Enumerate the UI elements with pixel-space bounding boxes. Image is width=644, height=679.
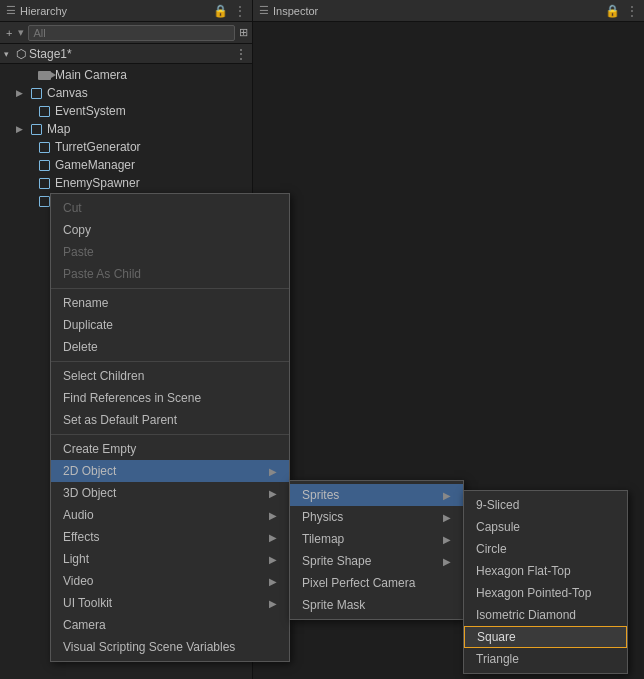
hierarchy-more-icon[interactable]: ⋮	[234, 4, 246, 18]
submenu-tilemap-label: Tilemap	[302, 532, 344, 546]
submenu-pixel-perfect[interactable]: Pixel Perfect Camera	[290, 572, 463, 594]
ctx-paste-child[interactable]: Paste As Child	[51, 263, 289, 285]
hierarchy-header: ☰ Hierarchy 🔒 ⋮	[0, 0, 252, 22]
ctx-camera-label: Camera	[63, 618, 106, 632]
submenu2-9sliced-label: 9-Sliced	[476, 498, 519, 512]
submenu2-circle[interactable]: Circle	[464, 538, 627, 560]
submenu-pixel-perfect-label: Pixel Perfect Camera	[302, 576, 415, 590]
tree-item-main-camera[interactable]: Main Camera	[0, 66, 252, 84]
inspector-lock-icon[interactable]: 🔒	[605, 4, 620, 18]
ctx-light[interactable]: Light ▶	[51, 548, 289, 570]
ctx-select-children[interactable]: Select Children	[51, 365, 289, 387]
submenu2-hexagon-pointed[interactable]: Hexagon Pointed-Top	[464, 582, 627, 604]
map-icon	[28, 122, 44, 136]
ctx-set-default-label: Set as Default Parent	[63, 413, 177, 427]
ctx-effects[interactable]: Effects ▶	[51, 526, 289, 548]
ctx-duplicate[interactable]: Duplicate	[51, 314, 289, 336]
submenu2-hexagon-flat[interactable]: Hexagon Flat-Top	[464, 560, 627, 582]
ctx-video-label: Video	[63, 574, 93, 588]
hierarchy-menu-icon: ☰	[6, 4, 16, 17]
label-turretgenerator: TurretGenerator	[55, 140, 141, 154]
ctx-set-default[interactable]: Set as Default Parent	[51, 409, 289, 431]
submenu2-hexagon-pointed-label: Hexagon Pointed-Top	[476, 586, 591, 600]
ctx-create-empty-label: Create Empty	[63, 442, 136, 456]
label-canvas: Canvas	[47, 86, 88, 100]
search-options-icon[interactable]: ⊞	[239, 26, 248, 39]
tree-item-enemyspawner[interactable]: EnemySpawner	[0, 174, 252, 192]
ctx-3d-object[interactable]: 3D Object ▶	[51, 482, 289, 504]
stage-row[interactable]: ▾ ⬡ Stage1* ⋮	[0, 44, 252, 64]
inspector-title: Inspector	[273, 5, 318, 17]
ctx-create-empty[interactable]: Create Empty	[51, 438, 289, 460]
submenu-sprites[interactable]: Sprites ▶	[290, 484, 463, 506]
tree-item-map[interactable]: ▶ Map	[0, 120, 252, 138]
ctx-delete-label: Delete	[63, 340, 98, 354]
ctx-audio-label: Audio	[63, 508, 94, 522]
ctx-video[interactable]: Video ▶	[51, 570, 289, 592]
submenu-physics[interactable]: Physics ▶	[290, 506, 463, 528]
ctx-find-references[interactable]: Find References in Scene	[51, 387, 289, 409]
ctx-effects-label: Effects	[63, 530, 99, 544]
ctx-audio[interactable]: Audio ▶	[51, 504, 289, 526]
ctx-ui-toolkit-arrow: ▶	[269, 598, 277, 609]
stage-icon: ⬡	[16, 47, 26, 61]
ctx-paste[interactable]: Paste	[51, 241, 289, 263]
submenu2-isometric[interactable]: Isometric Diamond	[464, 604, 627, 626]
context-menu: Cut Copy Paste Paste As Child Rename Dup…	[50, 193, 290, 662]
tree-item-gamemanager[interactable]: GameManager	[0, 156, 252, 174]
submenu-sprite-mask[interactable]: Sprite Mask	[290, 594, 463, 616]
stage-more-icon[interactable]: ⋮	[234, 46, 248, 62]
submenu2-square[interactable]: Square	[464, 626, 627, 648]
ctx-ui-toolkit-label: UI Toolkit	[63, 596, 112, 610]
hierarchy-header-actions: 🔒 ⋮	[213, 4, 246, 18]
ctx-sep-3	[51, 434, 289, 435]
submenu2-capsule[interactable]: Capsule	[464, 516, 627, 538]
ctx-rename-label: Rename	[63, 296, 108, 310]
ctx-cut[interactable]: Cut	[51, 197, 289, 219]
ctx-sep-2	[51, 361, 289, 362]
ctx-light-arrow: ▶	[269, 554, 277, 565]
stage-label: Stage1*	[29, 47, 72, 61]
canvas-icon	[28, 86, 44, 100]
ctx-visual-scripting[interactable]: Visual Scripting Scene Variables	[51, 636, 289, 658]
search-input[interactable]	[28, 25, 235, 41]
submenu2-isometric-label: Isometric Diamond	[476, 608, 576, 622]
tree-item-turretgenerator[interactable]: TurretGenerator	[0, 138, 252, 156]
ctx-ui-toolkit[interactable]: UI Toolkit ▶	[51, 592, 289, 614]
submenu2-triangle[interactable]: Triangle	[464, 648, 627, 670]
ctx-video-arrow: ▶	[269, 576, 277, 587]
add-button[interactable]: +	[4, 27, 14, 39]
submenu-sprite-shape[interactable]: Sprite Shape ▶	[290, 550, 463, 572]
ctx-effects-arrow: ▶	[269, 532, 277, 543]
hierarchy-lock-icon[interactable]: 🔒	[213, 4, 228, 18]
ctx-2d-object-label: 2D Object	[63, 464, 116, 478]
submenu-sprites-list: 9-Sliced Capsule Circle Hexagon Flat-Top…	[463, 490, 628, 674]
ctx-select-children-label: Select Children	[63, 369, 144, 383]
submenu-sprite-shape-arrow: ▶	[443, 556, 451, 567]
submenu2-triangle-label: Triangle	[476, 652, 519, 666]
submenu2-9sliced[interactable]: 9-Sliced	[464, 494, 627, 516]
hierarchy-toolbar: + ▾ ⊞	[0, 22, 252, 44]
ctx-camera[interactable]: Camera	[51, 614, 289, 636]
inspector-more-icon[interactable]: ⋮	[626, 4, 638, 18]
submenu-tilemap[interactable]: Tilemap ▶	[290, 528, 463, 550]
submenu-sprites-label: Sprites	[302, 488, 339, 502]
ctx-copy[interactable]: Copy	[51, 219, 289, 241]
label-eventsystem: EventSystem	[55, 104, 126, 118]
ctx-rename[interactable]: Rename	[51, 292, 289, 314]
ctx-paste-child-label: Paste As Child	[63, 267, 141, 281]
inspector-header: ☰ Inspector 🔒 ⋮	[253, 0, 644, 22]
tree-item-eventsystem[interactable]: EventSystem	[0, 102, 252, 120]
arrow-canvas: ▶	[16, 88, 28, 98]
ctx-copy-label: Copy	[63, 223, 91, 237]
label-enemyspawner: EnemySpawner	[55, 176, 140, 190]
label-map: Map	[47, 122, 70, 136]
submenu2-capsule-label: Capsule	[476, 520, 520, 534]
toolbar-separator: ▾	[18, 26, 24, 39]
camera-icon	[36, 68, 52, 82]
ctx-2d-object[interactable]: 2D Object ▶	[51, 460, 289, 482]
ctx-delete[interactable]: Delete	[51, 336, 289, 358]
tree-item-canvas[interactable]: ▶ Canvas	[0, 84, 252, 102]
inspector-menu-icon: ☰	[259, 4, 269, 17]
ctx-2d-object-arrow: ▶	[269, 466, 277, 477]
